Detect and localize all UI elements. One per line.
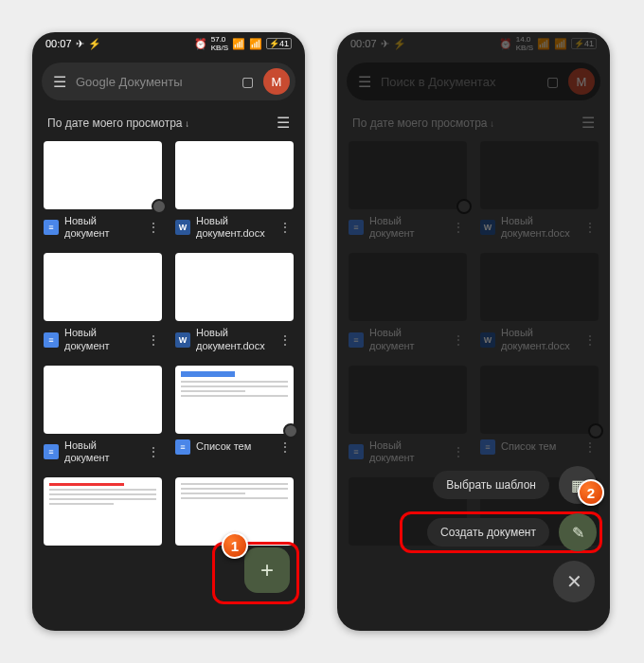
folder-icon[interactable]: ▢ bbox=[546, 74, 559, 89]
search-input[interactable]: Google Документы bbox=[76, 75, 232, 89]
doc-title: Новый документ bbox=[369, 439, 444, 464]
doc-menu-icon[interactable]: ⋮ bbox=[145, 444, 162, 459]
document-item[interactable] bbox=[44, 477, 162, 546]
document-item[interactable]: W Новый документ.docx ⋮ bbox=[175, 141, 294, 243]
action-create-document[interactable]: Создать документ ✎ bbox=[427, 513, 597, 551]
sort-dropdown[interactable]: По дате моего просмотра bbox=[352, 116, 494, 130]
status-bar: 00:07 ✈ ⚡ ⏰ 57.0KB/S 📶 📶 ⚡41 bbox=[32, 32, 305, 55]
pencil-icon[interactable]: ✎ bbox=[559, 513, 597, 551]
doc-title: Новый документ bbox=[64, 439, 139, 464]
doc-menu-icon[interactable]: ⋮ bbox=[277, 439, 294, 455]
signal-icon: 📶 bbox=[554, 38, 567, 50]
shared-badge-icon bbox=[152, 199, 167, 214]
sort-dropdown[interactable]: По дате моего просмотра bbox=[47, 116, 189, 130]
avatar[interactable]: M bbox=[263, 68, 290, 95]
document-item[interactable]: ≡ Список тем ⋮ bbox=[480, 366, 599, 468]
gdoc-icon: ≡ bbox=[349, 332, 364, 348]
doc-title: Новый документ.docx bbox=[501, 215, 576, 240]
doc-menu-icon[interactable]: ⋮ bbox=[581, 220, 599, 235]
document-item[interactable]: W Новый документ.docx ⋮ bbox=[175, 253, 294, 355]
battery-icon: ⚡41 bbox=[571, 38, 597, 49]
doc-title: Новый документ bbox=[64, 215, 139, 240]
fab-action-menu: Выбрать шаблон ▦ Создать документ ✎ bbox=[427, 466, 597, 551]
doc-title: Список тем bbox=[501, 440, 576, 453]
signal-icon: 📶 bbox=[232, 38, 245, 50]
view-toggle-icon[interactable]: ☰ bbox=[277, 114, 290, 132]
document-item[interactable]: W Новый документ.docx ⋮ bbox=[480, 141, 599, 243]
document-item[interactable]: ≡ Новый документ ⋮ bbox=[44, 141, 162, 243]
battery-icon: ⚡41 bbox=[266, 38, 292, 49]
shared-badge-icon bbox=[283, 423, 298, 439]
document-grid: ≡ Новый документ ⋮ W Новый документ.docx… bbox=[32, 141, 305, 546]
word-icon: W bbox=[480, 220, 495, 235]
action-label: Создать документ bbox=[427, 518, 549, 547]
doc-title: Новый документ bbox=[64, 327, 139, 351]
search-input[interactable]: Поиск в Документах bbox=[381, 75, 537, 89]
fab-create-button[interactable]: + bbox=[244, 547, 290, 593]
gdoc-icon: ≡ bbox=[349, 444, 364, 459]
plus-icon: + bbox=[260, 557, 274, 583]
menu-icon[interactable]: ☰ bbox=[53, 73, 66, 91]
doc-menu-icon[interactable]: ⋮ bbox=[581, 439, 599, 455]
clock: 00:07 bbox=[45, 38, 72, 49]
alarm-icon: ⏰ bbox=[194, 38, 207, 50]
signal-icon: 📶 bbox=[249, 38, 262, 50]
doc-menu-icon[interactable]: ⋮ bbox=[145, 220, 162, 235]
view-toggle-icon[interactable]: ☰ bbox=[581, 114, 595, 132]
doc-title: Новый документ.docx bbox=[196, 327, 271, 351]
bolt-icon: ⚡ bbox=[88, 38, 101, 50]
annotation-marker-2: 2 bbox=[578, 479, 604, 506]
gdoc-icon: ≡ bbox=[44, 220, 59, 235]
document-item[interactable]: ≡ Новый документ ⋮ bbox=[349, 141, 467, 243]
folder-icon[interactable]: ▢ bbox=[242, 74, 254, 89]
document-item[interactable]: ≡ Новый документ ⋮ bbox=[44, 253, 162, 355]
doc-menu-icon[interactable]: ⋮ bbox=[145, 332, 162, 348]
gdoc-icon: ≡ bbox=[480, 439, 495, 455]
doc-menu-icon[interactable]: ⋮ bbox=[450, 220, 467, 235]
document-item[interactable]: ≡ Список тем ⋮ bbox=[175, 366, 294, 468]
annotation-marker-1: 1 bbox=[222, 532, 248, 559]
word-icon: W bbox=[480, 332, 495, 348]
doc-menu-icon[interactable]: ⋮ bbox=[450, 444, 467, 459]
status-bar: 00:07 ✈ ⚡ ⏰ 14.0KB/S 📶 📶 ⚡41 bbox=[337, 32, 610, 55]
document-item[interactable]: W Новый документ.docx ⋮ bbox=[480, 253, 599, 355]
document-item[interactable]: ≡ Новый документ ⋮ bbox=[349, 253, 467, 355]
gdoc-icon: ≡ bbox=[44, 332, 59, 348]
search-bar[interactable]: ☰ Поиск в Документах ▢ M bbox=[347, 63, 600, 100]
shared-badge-icon bbox=[588, 423, 603, 439]
bolt-icon: ⚡ bbox=[393, 38, 406, 50]
avatar[interactable]: M bbox=[568, 68, 595, 95]
clock: 00:07 bbox=[350, 38, 377, 49]
phone-screenshot-1: 00:07 ✈ ⚡ ⏰ 57.0KB/S 📶 📶 ⚡41 ☰ Google До… bbox=[32, 32, 305, 631]
doc-menu-icon[interactable]: ⋮ bbox=[277, 332, 294, 348]
action-choose-template[interactable]: Выбрать шаблон ▦ bbox=[427, 466, 597, 504]
shared-badge-icon bbox=[456, 199, 472, 214]
doc-title: Новый документ bbox=[369, 327, 444, 351]
gdoc-icon: ≡ bbox=[175, 439, 190, 455]
doc-menu-icon[interactable]: ⋮ bbox=[277, 220, 294, 235]
word-icon: W bbox=[175, 220, 190, 235]
fab-close-button[interactable]: ✕ bbox=[553, 561, 595, 602]
word-icon: W bbox=[175, 332, 190, 348]
doc-menu-icon[interactable]: ⋮ bbox=[581, 332, 599, 348]
phone-screenshot-2: 00:07 ✈ ⚡ ⏰ 14.0KB/S 📶 📶 ⚡41 ☰ Поиск в Д… bbox=[337, 32, 610, 631]
signal-icon: 📶 bbox=[537, 38, 550, 50]
sort-bar: По дате моего просмотра ☰ bbox=[32, 108, 305, 141]
net-speed: 14.0KB/S bbox=[516, 35, 533, 52]
send-icon: ✈ bbox=[381, 38, 389, 50]
menu-icon[interactable]: ☰ bbox=[358, 73, 371, 91]
document-item[interactable]: ≡ Новый документ ⋮ bbox=[349, 366, 467, 468]
close-icon: ✕ bbox=[566, 570, 582, 593]
search-bar[interactable]: ☰ Google Документы ▢ M bbox=[42, 63, 295, 100]
doc-title: Новый документ bbox=[369, 215, 444, 240]
doc-title: Новый документ.docx bbox=[501, 327, 576, 351]
action-label: Выбрать шаблон bbox=[433, 471, 549, 499]
sort-bar: По дате моего просмотра ☰ bbox=[337, 108, 610, 141]
gdoc-icon: ≡ bbox=[44, 444, 59, 459]
alarm-icon: ⏰ bbox=[499, 38, 512, 50]
gdoc-icon: ≡ bbox=[349, 220, 364, 235]
doc-title: Новый документ.docx bbox=[196, 215, 271, 240]
doc-title: Список тем bbox=[196, 440, 271, 453]
document-item[interactable]: ≡ Новый документ ⋮ bbox=[44, 366, 162, 468]
doc-menu-icon[interactable]: ⋮ bbox=[450, 332, 467, 348]
